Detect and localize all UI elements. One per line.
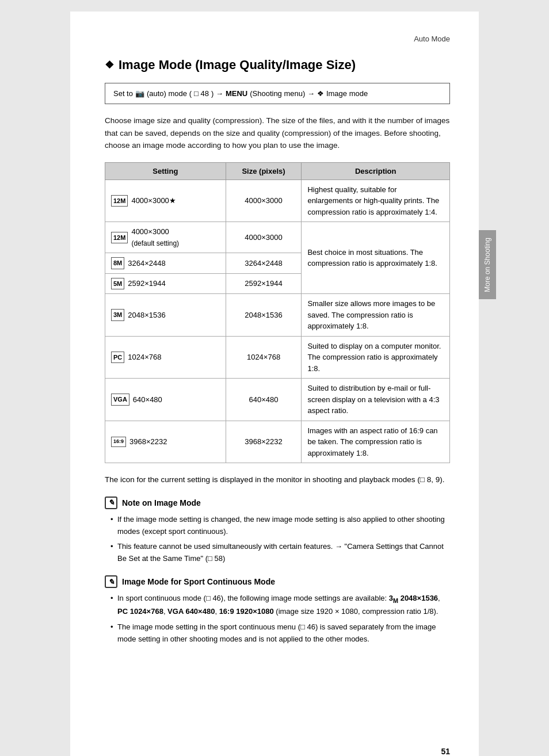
col-header-description: Description [302,162,450,180]
setting-cell: 5M 2592×1944 [105,273,226,294]
nav-instruction: Set to 📷 (auto) mode ( □ 48 ) → MENU (Sh… [105,83,450,104]
setting-cell: 12M 4000×3000★ [105,180,226,222]
note-image-mode: ✎ Note on Image Mode If the image mode s… [105,497,450,565]
setting-cell: 12M 4000×3000(default setting) [105,222,226,253]
setting-icon-8m: 8M [111,257,124,269]
note-sport-continuous: ✎ Image Mode for Sport Continuous Mode I… [105,575,450,645]
footer-text: The icon for the current setting is disp… [105,474,450,486]
section-title: ❖ Image Mode (Image Quality/Image Size) [105,58,450,72]
table-row: 12M 4000×3000★ 4000×3000 Highest quality… [105,180,450,222]
setting-icon-pc: PC [111,352,124,364]
sidebar-tab: More on Shooting [479,230,496,299]
setting-cell: 16:9 3968×2232 [105,421,226,463]
col-header-setting: Setting [105,162,226,180]
nav-arrow1: ) → [211,89,223,98]
size-cell: 4000×3000 [226,180,302,222]
setting-icon-12m-star: 12M [111,195,128,207]
section-icon: ❖ [105,59,114,71]
desc-cell: Highest quality, suitable for enlargemen… [302,180,450,222]
sidebar-tab-label: More on Shooting [483,238,491,292]
setting-icon-3m: 3M [111,309,124,321]
menu-label: MENU [226,89,247,98]
setting-label-1024: 1024×768 [128,352,161,363]
nav-part4: Image mode [326,89,368,98]
desc-cell: Suited to display on a computer monitor.… [302,336,450,379]
setting-label-3264: 3264×2448 [128,258,165,269]
setting-cell: PC 1024×768 [105,336,226,379]
setting-label-3968: 3968×2232 [129,436,167,448]
setting-cell: 8M 3264×2448 [105,253,226,274]
setting-label-4000-star: 4000×3000★ [131,195,176,207]
intro-text: Choose image size and quality (compressi… [105,114,450,152]
size-cell: 2048×1536 [226,294,302,337]
note2-title: ✎ Image Mode for Sport Continuous Mode [105,575,450,588]
table-row: VGA 640×480 640×480 Suited to distributi… [105,379,450,421]
setting-icon-vga: VGA [111,394,129,406]
setting-cell: VGA 640×480 [105,379,226,421]
table-row: PC 1024×768 1024×768 Suited to display o… [105,336,450,379]
list-item: The image mode setting in the sport cont… [110,621,450,646]
page: More on Shooting Auto Mode ❖ Image Mode … [70,12,479,756]
size-cell: 3968×2232 [226,421,302,463]
table-row: 16:9 3968×2232 3968×2232 Images with an … [105,421,450,463]
header-title: Auto Mode [414,35,450,43]
list-item: In sport continuous mode (□ 46), the fol… [110,593,450,618]
setting-label-4000-default: 4000×3000(default setting) [131,226,179,249]
setting-cell: 3M 2048×1536 [105,294,226,337]
camera-icon: 📷 [135,89,144,98]
table-row: 12M 4000×3000(default setting) 4000×3000… [105,222,450,253]
note-icon: ✎ [105,497,117,509]
setting-icon-169: 16:9 [111,437,126,447]
desc-cell: Smaller size allows more images to be sa… [302,294,450,337]
nav-set-text: Set to [113,89,133,98]
setting-label-2048: 2048×1536 [128,310,165,321]
page-number: 51 [441,747,450,756]
table-row: 3M 2048×1536 2048×1536 Smaller size allo… [105,294,450,337]
setting-label-2592: 2592×1944 [128,278,165,289]
note1-title: ✎ Note on Image Mode [105,497,450,509]
nav-image-icon: ❖ [317,89,324,98]
list-item: If the image mode setting is changed, th… [110,514,450,538]
section-title-text: Image Mode (Image Quality/Image Size) [119,58,356,72]
setting-label-640: 640×480 [133,394,162,406]
settings-table: Setting Size (pixels) Description 12M 40… [105,162,450,464]
size-cell: 3264×2448 [226,253,302,274]
col-header-size: Size (pixels) [226,162,302,180]
size-cell: 1024×768 [226,336,302,379]
page-header: Auto Mode [105,35,450,46]
note2-list: In sport continuous mode (□ 46), the fol… [105,593,450,645]
desc-cell: Images with an aspect ratio of 16:9 can … [302,421,450,463]
note-icon2: ✎ [105,575,117,588]
size-cell: 2592×1944 [226,273,302,294]
desc-cell: Suited to distribution by e-mail or full… [302,379,450,421]
note1-list: If the image mode setting is changed, th… [105,514,450,565]
desc-cell-shared: Best choice in most situations. The comp… [302,222,450,294]
nav-ref1: □ 48 [194,89,209,98]
setting-icon-12m: 12M [111,232,128,244]
list-item: This feature cannot be used simultaneous… [110,541,450,565]
size-cell: 640×480 [226,379,302,421]
nav-part1: (auto) mode ( [147,89,192,98]
setting-icon-5m: 5M [111,278,124,290]
nav-part3: (Shooting menu) → [250,89,315,98]
size-cell: 4000×3000 [226,222,302,253]
